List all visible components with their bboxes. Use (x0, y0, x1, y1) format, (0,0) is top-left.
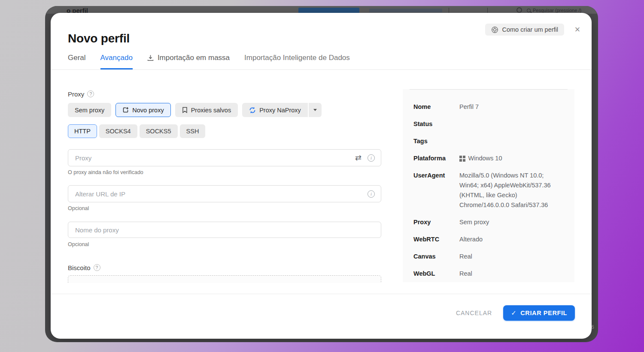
cookie-section-label: Biscoito ? (68, 264, 381, 271)
tab-label: Importação em massa (158, 54, 230, 62)
summary-value: Real (459, 269, 562, 279)
divider (51, 69, 592, 70)
help-circle-icon[interactable]: ? (94, 264, 100, 271)
app-window-frame: o perfil Pesquisar (pressione /) 6 Novo … (45, 6, 598, 342)
chip-label: Novo proxy (132, 107, 164, 114)
proxy-name-input-wrap (68, 222, 381, 238)
summary-row-plataforma: Plataforma Windows 10 (413, 153, 566, 163)
protocol-ssh-tab[interactable]: SSH (180, 124, 206, 138)
sem-proxy-button[interactable]: Sem proxy (68, 103, 111, 117)
ip-url-input-wrap: i (68, 185, 381, 202)
search-placeholder-text: Pesquisar (pressione /) (533, 8, 581, 13)
summary-row-status: Status (413, 119, 566, 129)
summary-value: Sem proxy (459, 217, 562, 227)
chip-label: Proxy NaProxy (259, 107, 301, 114)
modal-footer: CANCELAR ✓ CRIAR PERFIL (51, 294, 592, 339)
search-icon (527, 9, 531, 12)
new-profile-modal: Novo perfil Como criar um perfil × Geral… (51, 13, 592, 339)
summary-label: WebRTC (413, 235, 459, 244)
bookmark-icon (182, 107, 188, 113)
summary-label: Tags (413, 136, 459, 146)
summary-value: Real (459, 252, 562, 262)
proxy-section-label: Proxy ? (68, 90, 381, 98)
dimmed-toolbar-item (369, 9, 442, 12)
naproxy-icon (249, 107, 256, 114)
ip-change-url-input[interactable] (75, 190, 361, 198)
ip-url-helper-text: Opcional (68, 205, 381, 211)
modal-tabs: Geral Avançado Importação em massa Impor… (68, 53, 350, 69)
page-title: Novo perfil (68, 32, 130, 45)
proxy-input-wrap: ⇄ i (68, 149, 381, 166)
summary-label: WebGL (413, 269, 459, 279)
proxy-input[interactable] (75, 154, 349, 162)
protocol-socks5-tab[interactable]: SOCKS5 (140, 124, 178, 138)
page-indicator: 6 (591, 324, 594, 330)
proxy-mode-row: Sem proxy Novo proxy (68, 103, 381, 117)
label-text: Biscoito (68, 264, 91, 271)
submit-label: CRIAR PERFIL (520, 310, 567, 316)
summary-row-proxy: Proxy Sem proxy (413, 217, 566, 227)
proxy-naproxy-button[interactable]: Proxy NaProxy (242, 103, 308, 117)
lifebuoy-icon (491, 26, 498, 33)
check-icon: ✓ (511, 309, 516, 317)
tab-avancado[interactable]: Avançado (100, 53, 133, 69)
summary-row-canvas: Canvas Real (413, 252, 566, 262)
help-circle-icon[interactable]: ? (87, 90, 94, 97)
proxy-form: Proxy ? Sem proxy Novo proxy (68, 90, 381, 283)
refresh-icon (516, 7, 522, 13)
summary-row-webgl: WebGL Real (413, 269, 566, 279)
label-text: Proxy (68, 90, 84, 98)
info-icon[interactable]: i (368, 190, 375, 198)
summary-value: Mozilla/5.0 (Windows NT 10.0; Win64; x64… (459, 171, 562, 210)
how-to-create-profile-button[interactable]: Como criar um perfil (485, 24, 564, 36)
summary-label: Canvas (413, 252, 459, 262)
dimmed-search-box: Pesquisar (pressione /) (527, 7, 581, 13)
info-icon[interactable]: i (368, 154, 375, 162)
summary-value: Alterado (459, 235, 562, 244)
tab-importacao-em-massa[interactable]: Importação em massa (147, 53, 230, 69)
swap-icon[interactable]: ⇄ (355, 154, 361, 162)
proxy-protocol-row: HTTP SOCKS4 SOCKS5 SSH (68, 124, 381, 138)
proxies-salvos-button[interactable]: Proxies salvos (175, 103, 238, 117)
summary-row-nome: Nome Perfil 7 (413, 102, 566, 112)
new-proxy-icon (122, 107, 129, 113)
create-profile-button[interactable]: ✓ CRIAR PERFIL (503, 305, 575, 321)
platform-text: Windows 10 (468, 153, 502, 163)
summary-label: Status (413, 119, 459, 129)
summary-value (459, 119, 562, 129)
cookie-textarea[interactable] (68, 275, 381, 283)
summary-row-useragent: UserAgent Mozilla/5.0 (Windows NT 10.0; … (413, 171, 566, 210)
chip-label: Proxies salvos (191, 107, 231, 114)
cancel-button[interactable]: CANCELAR (456, 305, 492, 321)
summary-label: Proxy (413, 217, 459, 227)
proxy-helper-text: O proxy ainda não foi verificado (68, 169, 381, 175)
proxy-name-helper-text: Opcional (68, 241, 381, 247)
tab-importacao-inteligente[interactable]: Importação Inteligente de Dados (244, 53, 350, 69)
divider (449, 8, 449, 13)
protocol-http-tab[interactable]: HTTP (68, 124, 97, 138)
summary-row-tags: Tags (413, 136, 566, 146)
summary-value: Perfil 7 (459, 102, 562, 112)
close-icon[interactable]: × (572, 24, 583, 35)
profile-summary-panel: Nome Perfil 7 Status Tags Plataforma Win… (403, 89, 574, 282)
proxy-name-input[interactable] (75, 226, 375, 234)
windows-icon (459, 156, 465, 162)
summary-value: Windows 10 (459, 153, 562, 163)
summary-row-webrtc: WebRTC Alterado (413, 235, 566, 244)
tab-geral[interactable]: Geral (68, 53, 86, 69)
proxy-provider-dropdown-button[interactable] (309, 103, 322, 117)
chevron-down-icon (313, 109, 317, 111)
help-button-label: Como criar um perfil (502, 26, 558, 33)
protocol-socks4-tab[interactable]: SOCKS4 (99, 124, 137, 138)
summary-label: Nome (413, 102, 459, 112)
divider (487, 8, 488, 13)
download-icon (147, 54, 154, 61)
summary-value (459, 136, 562, 146)
summary-label: UserAgent (413, 171, 459, 210)
novo-proxy-button[interactable]: Novo proxy (115, 103, 170, 117)
summary-label: Plataforma (413, 153, 459, 163)
